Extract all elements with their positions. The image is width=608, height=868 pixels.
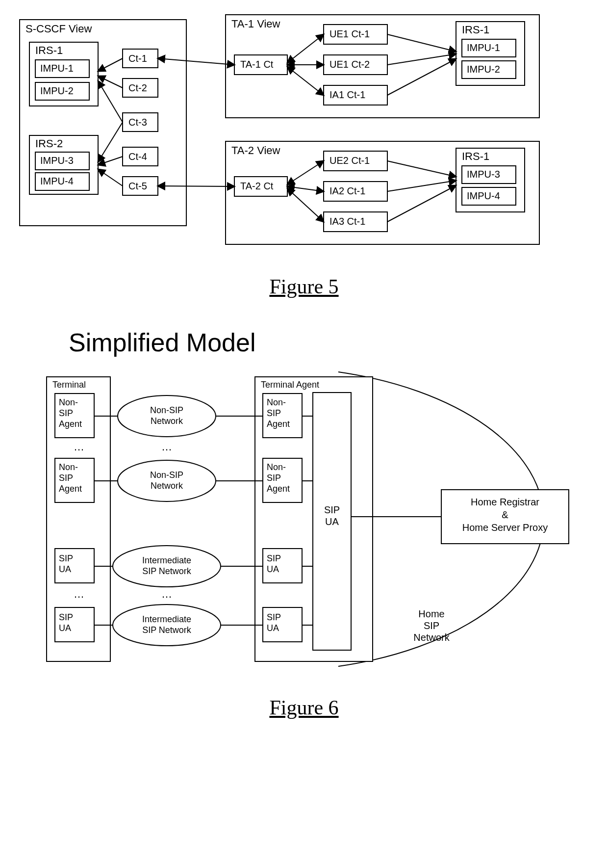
svg-line-44	[387, 181, 456, 191]
ta1-title: TA-1 View	[231, 18, 280, 30]
svg-line-26	[287, 34, 324, 63]
svg-line-40	[287, 161, 324, 184]
figure-6-caption: Figure 6	[0, 696, 608, 719]
ct-3: Ct-3	[128, 117, 147, 128]
ta1-irs-impu2: IMPU-2	[467, 64, 500, 75]
simplified-model-title: Simplified Model	[69, 328, 608, 357]
svg-line-16	[98, 157, 123, 165]
figure-5-caption: Figure 5	[0, 275, 608, 298]
ta1-irs-impu1: IMPU-1	[467, 42, 500, 53]
svg-line-30	[387, 54, 456, 65]
ta2-view: TA-2 View TA-2 Ct UE2 Ct-1 IA2 Ct-1 IA3 …	[226, 141, 539, 244]
ta2-irs-impu3: IMPU-3	[467, 169, 500, 180]
ta1-ct: TA-1 Ct	[240, 59, 274, 70]
svg-line-42	[287, 188, 324, 222]
svg-line-43	[387, 161, 456, 177]
ta2-ct: TA-2 Ct	[240, 181, 274, 191]
svg-line-15	[98, 122, 123, 162]
svg-line-41	[287, 186, 324, 191]
irs2-title: IRS-2	[35, 137, 63, 150]
figure-5-diagram: S-CSCF View IRS-1 IMPU-1 IMPU-2 IRS-2 IM…	[0, 0, 608, 255]
ct-2: Ct-2	[128, 82, 147, 93]
svg-line-47	[158, 186, 234, 186]
irs1-title: IRS-1	[35, 44, 63, 56]
row-4: SIPUA IntermediateSIP Network SIPUA	[55, 605, 313, 646]
row-2: Non-SIPAgent Non-SIPNetwork Non-SIPAgent	[55, 458, 313, 502]
svg-line-29	[387, 34, 456, 52]
ellipsis-n2: …	[161, 588, 172, 600]
irs1-impu1: IMPU-1	[40, 63, 74, 74]
ta1-item-0: UE1 Ct-1	[329, 28, 370, 39]
irs1-impu2: IMPU-2	[40, 85, 74, 96]
irs2-impu4: IMPU-4	[40, 176, 74, 186]
svg-line-31	[387, 59, 456, 95]
svg-line-14	[98, 81, 123, 122]
svg-line-28	[287, 67, 324, 95]
ct-boxes: Ct-1 Ct-2 Ct-3 Ct-4 Ct-5	[123, 49, 158, 195]
irs2-impu3: IMPU-3	[40, 155, 74, 166]
ta2-item-0: UE2 Ct-1	[329, 155, 370, 166]
row-1: Non-SIPAgent Non-SIPNetwork Non-SIPAgent	[55, 394, 313, 438]
ct-5: Ct-5	[128, 181, 147, 191]
scscf-title: S-CSCF View	[25, 23, 92, 35]
ellipsis-t2: …	[74, 588, 84, 600]
home-network-line1: HomeSIPNetwork	[413, 608, 450, 643]
ta2-title: TA-2 View	[231, 144, 280, 157]
ta2-item-1: IA2 Ct-1	[329, 185, 365, 196]
svg-line-17	[98, 169, 123, 186]
ta1-irs-title: IRS-1	[462, 24, 489, 36]
svg-line-46	[158, 58, 234, 65]
svg-line-13	[98, 76, 123, 88]
ta2-item-2: IA3 Ct-1	[329, 216, 365, 227]
terminal-agent-title: Terminal Agent	[261, 380, 319, 390]
svg-line-45	[387, 185, 456, 222]
scscf-view: S-CSCF View IRS-1 IMPU-1 IMPU-2 IRS-2 IM…	[20, 20, 186, 226]
ta1-view: TA-1 View TA-1 Ct UE1 Ct-1 UE1 Ct-2 IA1 …	[226, 15, 539, 118]
figure-6-diagram: HomeSIPNetwork Home Registrar&Home Serve…	[0, 362, 608, 676]
svg-line-12	[98, 58, 123, 71]
ellipsis-t1: …	[74, 441, 84, 453]
ct-4: Ct-4	[128, 151, 147, 162]
row-3: SIPUA IntermediateSIP Network SIPUA	[55, 546, 313, 587]
terminal-title: Terminal	[52, 380, 86, 390]
ta2-irs-impu4: IMPU-4	[467, 190, 500, 201]
ct-1: Ct-1	[128, 53, 147, 64]
ta2-irs-title: IRS-1	[462, 150, 489, 162]
ta1-item-1: UE1 Ct-2	[329, 59, 370, 70]
ta1-item-2: IA1 Ct-1	[329, 89, 365, 100]
ellipsis-n1: …	[161, 441, 172, 453]
